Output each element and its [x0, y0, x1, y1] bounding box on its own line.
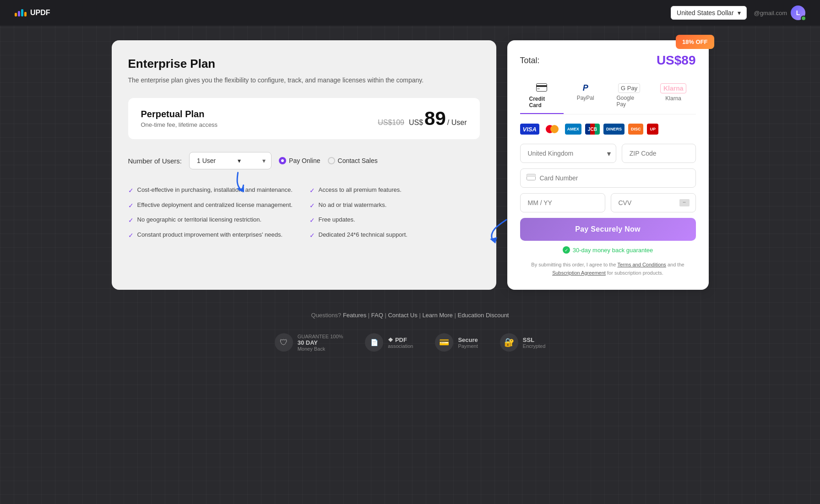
original-price: US$109 [378, 119, 404, 127]
mc-orange-circle [550, 125, 559, 133]
paypal-icon: P [583, 83, 588, 93]
perpetual-plan-card: Perpetual Plan One-time fee, lifetime ac… [128, 98, 480, 139]
svg-rect-3 [537, 88, 540, 89]
check-icon: ✓ [128, 231, 134, 240]
country-zip-row: ▾ [520, 144, 696, 163]
right-panel: 18% OFF Total: US$89 Credit Card P Pa [507, 40, 709, 290]
contact-sales-radio[interactable]: Contact Sales [328, 157, 378, 164]
features-grid: ✓ Cost-effective in purchasing, installa… [128, 186, 480, 240]
footer-link-education[interactable]: Education Discount [457, 312, 509, 319]
header-right: United States Dollar ▾ @gmail.com L [671, 5, 805, 20]
card-number-input[interactable] [520, 168, 696, 188]
check-icon: ✓ [310, 186, 315, 195]
country-field: ▾ [520, 144, 616, 163]
legal-middle: and the [668, 262, 684, 267]
country-input[interactable] [520, 144, 616, 163]
cvv-field [611, 193, 696, 212]
payment-method-group: Pay Online Contact Sales [279, 157, 378, 164]
main-content: Enterprise Plan The enterprise plan give… [90, 26, 731, 304]
radio-dot-inactive [328, 157, 335, 164]
avatar-status-badge [801, 16, 806, 21]
ssl-icon: 🔐 [500, 333, 518, 352]
perpetual-plan-info: Perpetual Plan One-time fee, lifetime ac… [141, 109, 218, 128]
header: UPDF United States Dollar ▾ @gmail.com L [0, 0, 820, 26]
secure-payment-icon: 💳 [435, 333, 453, 352]
footer: Questions? Features | FAQ | Contact Us |… [0, 304, 820, 363]
badge-money-back: 🛡 GUARANTEE 100% 30 DAY Money Back [275, 333, 343, 352]
radio-dot-active [279, 157, 286, 164]
dropdown-arrow-icon: ▾ [238, 157, 241, 164]
footer-badges: 🛡 GUARANTEE 100% 30 DAY Money Back 📄 ❖ P… [0, 333, 820, 352]
users-select[interactable]: 1 User ▾ [189, 152, 272, 169]
svg-rect-2 [536, 85, 547, 87]
shield-icon: 🛡 [275, 333, 293, 352]
total-row: Total: US$89 [520, 53, 696, 68]
feature-item: ✓ Cost-effective in purchasing, installa… [128, 186, 299, 195]
currency-label: United States Dollar [677, 9, 734, 16]
tab-google-pay-label: Google Pay [616, 95, 641, 108]
feature-text: No geographic or territorial licensing r… [137, 216, 262, 224]
tab-credit-card[interactable]: Credit Card [520, 79, 564, 114]
avatar[interactable]: L [791, 5, 805, 20]
feature-item: ✓ Dedicated 24*6 technical support. [310, 231, 480, 240]
badge-secure-text: Secure Payment [458, 336, 478, 349]
feature-text: Effective deployment and centralized lic… [137, 201, 293, 209]
svg-rect-1 [537, 84, 547, 92]
footer-link-contact[interactable]: Contact Us [388, 312, 417, 319]
feature-text: Access to all premium features. [319, 186, 402, 194]
feature-item: ✓ Access to all premium features. [310, 186, 480, 195]
check-icon: ✓ [128, 201, 134, 211]
footer-links: Questions? Features | FAQ | Contact Us |… [0, 312, 820, 319]
feature-text: Free updates. [319, 216, 355, 224]
user-email: @gmail.com [754, 10, 787, 16]
payment-tabs: Credit Card P PayPal G Pay Google Pay Kl… [520, 79, 696, 114]
feature-text: Constant product improvement with enterp… [137, 231, 283, 239]
zip-input[interactable] [622, 144, 696, 163]
pdf-icon: 📄 [365, 333, 383, 352]
country-dropdown-icon: ▾ [607, 149, 611, 158]
users-label: Number of Users: [128, 157, 182, 165]
visa-logo: VISA [520, 124, 539, 135]
logo-text: UPDF [30, 9, 50, 17]
unionpay-logo: UP [647, 124, 658, 135]
expiry-field [520, 193, 605, 212]
feature-text: Dedicated 24*6 technical support. [319, 231, 407, 239]
check-icon: ✓ [310, 216, 315, 225]
price-area: US$109 US$ 89 / User [378, 109, 467, 128]
feature-item: ✓ Free updates. [310, 216, 480, 225]
diners-logo: DINERS [603, 124, 625, 135]
tab-klarna-label: Klarna [665, 95, 681, 102]
perpetual-plan-title: Perpetual Plan [141, 109, 218, 119]
svg-marker-6 [490, 237, 497, 244]
amex-logo: AMEX [565, 124, 581, 135]
subscription-link[interactable]: Subscription Agreement [552, 270, 606, 276]
legal-after: for subscription products. [607, 270, 663, 276]
feature-item: ✓ Effective deployment and centralized l… [128, 201, 299, 211]
badge-secure-payment: 💳 Secure Payment [435, 333, 478, 352]
logo-waves-icon [15, 9, 27, 16]
money-back-guarantee: ✓ 30-day money back guarantee [520, 246, 696, 254]
tab-google-pay[interactable]: G Pay Google Pay [607, 79, 651, 114]
footer-link-faq[interactable]: FAQ [371, 312, 383, 319]
currency-selector[interactable]: United States Dollar ▾ [671, 6, 747, 20]
footer-link-learn-more[interactable]: Learn More [422, 312, 452, 319]
footer-link-features[interactable]: Features [343, 312, 366, 319]
jcb-logo: JCB [585, 124, 600, 135]
card-number-row [520, 168, 696, 188]
svg-rect-5 [527, 175, 536, 177]
guarantee-check-icon: ✓ [563, 246, 570, 254]
questions-text: Questions? [311, 312, 342, 319]
badge-ssl-text: SSL Encrypted [523, 336, 546, 349]
zip-field [622, 144, 696, 163]
klarna-icon: Klarna [660, 83, 687, 93]
badge-pdf-text: ❖ PDF association [388, 336, 413, 349]
contact-sales-label: Contact Sales [338, 157, 378, 164]
tab-paypal[interactable]: P PayPal [564, 79, 607, 114]
terms-link[interactable]: Terms and Conditions [617, 262, 666, 267]
expiry-input[interactable] [520, 193, 605, 212]
pay-button[interactable]: Pay Securely Now [520, 218, 696, 241]
feature-item: ✓ No ad or trial watermarks. [310, 201, 480, 211]
price-amount: 89 [424, 109, 446, 128]
tab-klarna[interactable]: Klarna Klarna [651, 79, 696, 114]
pay-online-radio[interactable]: Pay Online [279, 157, 320, 164]
